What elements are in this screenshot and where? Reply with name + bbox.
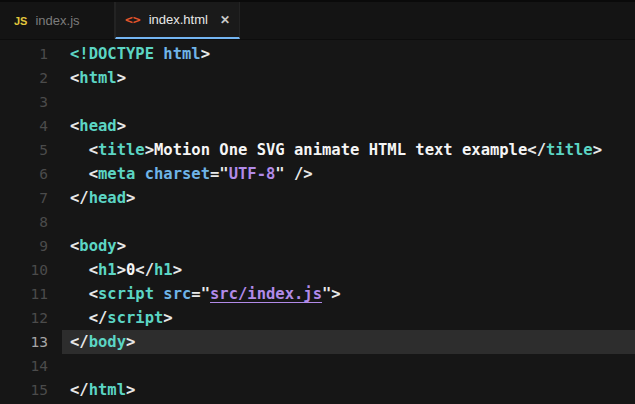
code-line-content[interactable]: </html> [62, 378, 635, 402]
pun-token: > [126, 189, 135, 207]
tab-index-html[interactable]: <> index.html ✕ [115, 2, 240, 39]
code-line-4: 4<head> [0, 114, 635, 138]
pun-token: < [70, 117, 79, 135]
code-line-content[interactable] [62, 90, 635, 114]
pun-token: < [70, 285, 98, 303]
pun-token: > [126, 333, 135, 351]
code-line-content[interactable]: </body> [62, 330, 635, 354]
code-line-9: 9<body> [0, 234, 635, 258]
code-line-10: 10 <h1>0</h1> [0, 258, 635, 282]
code-line-7: 7</head> [0, 186, 635, 210]
close-tab-icon[interactable]: ✕ [220, 14, 230, 26]
code-line-3: 3 [0, 90, 635, 114]
code-line-2: 2<html> [0, 66, 635, 90]
code-line-content[interactable]: <html> [62, 66, 635, 90]
pun-token: > [145, 141, 154, 159]
pun-token: > [117, 69, 126, 87]
pun-token [135, 165, 144, 183]
tag-token: script [98, 285, 154, 303]
tag-token: <!DOCTYPE [70, 45, 163, 63]
code-line-11: 11 <script src="src/index.js"> [0, 282, 635, 306]
line-number: 6 [0, 162, 62, 186]
pun-token: > [163, 309, 172, 327]
code-line-5: 5 <title>Motion One SVG animate HTML tex… [0, 138, 635, 162]
code-line-6: 6 <meta charset="UTF-8" /> [0, 162, 635, 186]
pun-token: > [126, 381, 135, 399]
pun-token: > [117, 237, 126, 255]
code-line-content[interactable]: <script src="src/index.js"> [62, 282, 635, 306]
tab-index-js[interactable]: JS index.js [0, 2, 115, 39]
line-number: 5 [0, 138, 62, 162]
code-line-14: 14 [0, 354, 635, 378]
code-line-content[interactable]: <title>Motion One SVG animate HTML text … [62, 138, 635, 162]
pun-token: > [117, 261, 126, 279]
code-line-1: 1<!DOCTYPE html> [0, 42, 635, 66]
pun-token: < [70, 261, 98, 279]
pun-token: < [70, 141, 98, 159]
tag-token: body [89, 333, 126, 351]
pun-token: > [201, 45, 210, 63]
tab-label: index.html [149, 12, 208, 27]
code-line-8: 8 [0, 210, 635, 234]
pun-token: < [70, 237, 79, 255]
line-number: 7 [0, 186, 62, 210]
pun-token: < [70, 165, 98, 183]
tag-token: title [546, 141, 593, 159]
line-number: 4 [0, 114, 62, 138]
line-number: 2 [0, 66, 62, 90]
code-line-13: 13</body> [0, 330, 635, 354]
line-number: 12 [0, 306, 62, 330]
attr-token: charset [145, 165, 210, 183]
pun-token: </ [70, 381, 89, 399]
html-file-icon: <> [125, 12, 141, 27]
tag-token: script [107, 309, 163, 327]
code-line-content[interactable]: <meta charset="UTF-8" /> [62, 162, 635, 186]
pun-token: > [117, 117, 126, 135]
pun-token: < [70, 69, 79, 87]
tag-token: title [98, 141, 145, 159]
tag-token: body [79, 237, 116, 255]
code-area[interactable]: 1<!DOCTYPE html>2<html>34<head>5 <title>… [0, 40, 635, 403]
pun-token: </ [70, 333, 89, 351]
pun-token: </ [70, 309, 107, 327]
code-line-content[interactable]: </script> [62, 306, 635, 330]
js-file-icon: JS [14, 15, 27, 27]
pun-token: > [173, 261, 182, 279]
line-number: 15 [0, 378, 62, 402]
pun-token: > [593, 141, 602, 159]
tag-token: h1 [154, 261, 173, 279]
code-line-content[interactable] [62, 354, 635, 378]
tag-token: meta [98, 165, 135, 183]
pun-token: </ [70, 189, 89, 207]
attr-token: src [163, 285, 191, 303]
str-token: UTF-8 [229, 165, 276, 183]
line-number: 9 [0, 234, 62, 258]
txt-token: Motion One SVG animate HTML text example [154, 141, 527, 159]
code-editor-window: JS index.js <> index.html ✕ 1<!DOCTYPE h… [0, 0, 635, 404]
pun-token: </ [527, 141, 546, 159]
line-number: 11 [0, 282, 62, 306]
code-line-content[interactable]: <head> [62, 114, 635, 138]
code-line-12: 12 </script> [0, 306, 635, 330]
code-line-content[interactable] [62, 210, 635, 234]
pun-token: " /> [275, 165, 312, 183]
tab-label: index.js [35, 13, 79, 28]
tab-bar: JS index.js <> index.html ✕ [0, 0, 635, 40]
line-number: 10 [0, 258, 62, 282]
line-number: 13 [0, 330, 62, 354]
code-line-content[interactable]: <h1>0</h1> [62, 258, 635, 282]
tag-token: head [89, 189, 126, 207]
attr-token: html [163, 45, 200, 63]
file-link[interactable]: src/index.js [210, 285, 322, 303]
pun-token [154, 285, 163, 303]
pun-token: "> [322, 285, 341, 303]
tag-token: h1 [98, 261, 117, 279]
pun-token: =" [191, 285, 210, 303]
tag-token: head [79, 117, 116, 135]
code-line-content[interactable]: <!DOCTYPE html> [62, 42, 635, 66]
code-line-content[interactable]: <body> [62, 234, 635, 258]
code-line-content[interactable]: </head> [62, 186, 635, 210]
txt-token: 0 [126, 261, 135, 279]
line-number: 1 [0, 42, 62, 66]
line-number: 8 [0, 210, 62, 234]
